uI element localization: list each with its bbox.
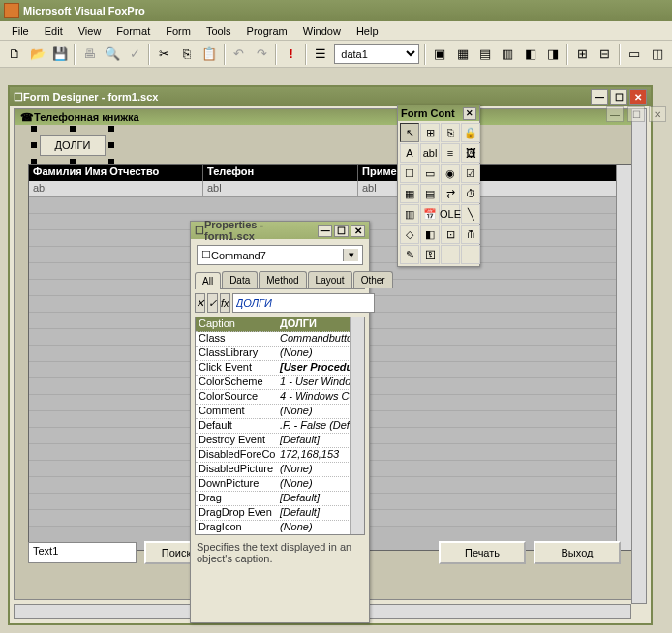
open-icon[interactable]: 📂 bbox=[26, 44, 47, 65]
toolbox-tool[interactable]: ⊞ bbox=[420, 123, 440, 142]
tool-b-icon[interactable]: ◫ bbox=[647, 44, 668, 65]
undo-icon[interactable]: ↶ bbox=[229, 44, 250, 65]
window8-icon[interactable]: ⊟ bbox=[595, 44, 616, 65]
toolbox-tool[interactable]: ⊡ bbox=[441, 225, 460, 244]
toolbox-close-button[interactable]: ✕ bbox=[463, 107, 476, 120]
menu-tools[interactable]: Tools bbox=[199, 23, 239, 39]
grid-cell[interactable]: abl bbox=[203, 181, 358, 196]
toolbox-tool[interactable]: 🖼 bbox=[461, 143, 480, 163]
window2-icon[interactable]: ▦ bbox=[451, 44, 473, 65]
menu-program[interactable]: Program bbox=[239, 23, 295, 39]
print-button[interactable]: Печать bbox=[439, 541, 526, 564]
property-row[interactable]: Destroy Event[Default] bbox=[196, 434, 364, 448]
property-row[interactable]: ClassLibrary(None) bbox=[196, 347, 364, 361]
toolbox-titlebar[interactable]: Form Cont ✕ bbox=[398, 106, 479, 121]
property-row[interactable]: CaptionДОЛГИ bbox=[196, 317, 364, 332]
toolbox-tool[interactable]: ▥ bbox=[400, 204, 419, 224]
property-row[interactable]: DragDrop Even[Default] bbox=[196, 506, 364, 521]
toolbox-tool[interactable]: ≡ bbox=[441, 143, 460, 163]
modify-icon[interactable]: ☰ bbox=[310, 44, 331, 65]
exit-button[interactable]: Выход bbox=[534, 541, 621, 564]
grid-col-phone[interactable]: Телефон bbox=[203, 165, 358, 181]
property-value-input[interactable] bbox=[232, 293, 375, 313]
cancel-edit-button[interactable]: ✕ bbox=[195, 293, 205, 313]
new-icon[interactable]: 🗋 bbox=[4, 44, 25, 65]
designer-vscrollbar[interactable] bbox=[631, 108, 647, 604]
tab-layout[interactable]: Layout bbox=[308, 271, 352, 288]
menu-file[interactable]: File bbox=[4, 23, 37, 39]
cut-icon[interactable]: ✂ bbox=[153, 44, 174, 65]
window5-icon[interactable]: ◧ bbox=[520, 44, 541, 65]
minimize-button[interactable]: — bbox=[591, 89, 608, 105]
property-row[interactable]: Click Event[User Procedu bbox=[196, 361, 364, 376]
dolgi-button[interactable]: ДОЛГИ bbox=[40, 135, 106, 156]
toolbox-tool[interactable]: ⚿ bbox=[420, 245, 440, 264]
text1-field[interactable]: Text1 bbox=[28, 542, 137, 563]
property-row[interactable]: DisabledPicture(None) bbox=[196, 463, 364, 477]
tab-data[interactable]: Data bbox=[222, 271, 258, 288]
close-button[interactable]: ✕ bbox=[629, 89, 647, 105]
props-close-button[interactable]: ✕ bbox=[351, 225, 365, 237]
toolbox-tool[interactable]: 📅 bbox=[420, 204, 440, 224]
toolbox-tool[interactable]: ⎘ bbox=[441, 123, 460, 142]
toolbox-tool[interactable]: 🔒 bbox=[461, 123, 480, 142]
toolbox-tool[interactable]: abl bbox=[420, 143, 440, 163]
spell-icon[interactable]: ✓ bbox=[124, 44, 145, 65]
redo-icon[interactable]: ↷ bbox=[251, 44, 272, 65]
toolbox-tool[interactable] bbox=[461, 245, 480, 264]
menu-window[interactable]: Window bbox=[295, 23, 349, 39]
child-min-button[interactable]: — bbox=[606, 106, 624, 122]
toolbox-tool[interactable]: ☑ bbox=[461, 164, 480, 183]
property-row[interactable]: DisabledForeCo172,168,153 bbox=[196, 448, 364, 463]
resize-handle[interactable] bbox=[108, 142, 114, 148]
toolbox-tool[interactable]: ✎ bbox=[400, 245, 419, 264]
object-selector[interactable]: ☐ Command7 ▾ bbox=[197, 245, 363, 265]
print-icon[interactable]: 🖶 bbox=[78, 44, 100, 65]
toolbox-tool[interactable]: ◉ bbox=[441, 164, 460, 183]
tab-all[interactable]: All bbox=[195, 272, 221, 289]
property-row[interactable]: Comment(None) bbox=[196, 405, 364, 419]
menu-help[interactable]: Help bbox=[349, 23, 386, 39]
form-designer-titlebar[interactable]: ☐ Form Designer - form1.scx — ☐ ✕ bbox=[10, 87, 651, 106]
property-row[interactable]: ColorScheme1 - User Window bbox=[196, 376, 364, 390]
toolbox-tool[interactable]: ⏱ bbox=[461, 184, 480, 203]
window1-icon[interactable]: ▣ bbox=[429, 44, 450, 65]
window6-icon[interactable]: ◨ bbox=[542, 44, 564, 65]
property-row[interactable]: DownPicture(None) bbox=[196, 477, 364, 492]
maximize-button[interactable]: ☐ bbox=[610, 89, 627, 105]
toolbox-tool[interactable]: ▦ bbox=[400, 184, 419, 203]
database-combo[interactable]: data1 bbox=[334, 44, 419, 64]
property-row[interactable]: Drag[Default] bbox=[196, 492, 364, 506]
toolbox-tool[interactable]: A bbox=[400, 143, 419, 163]
properties-titlebar[interactable]: ☐ Properties - form1.scx — ☐ ✕ bbox=[191, 222, 369, 239]
toolbox-tool[interactable]: ◇ bbox=[400, 225, 419, 244]
resize-handle[interactable] bbox=[31, 142, 37, 148]
property-row[interactable]: Default.F. - False (Defa bbox=[196, 419, 364, 434]
property-row[interactable]: ColorSource4 - Windows Co bbox=[196, 390, 364, 405]
property-list[interactable]: CaptionДОЛГИClassCommandbuttonClassLibra… bbox=[195, 316, 365, 535]
toolbox-tool[interactable]: ▭ bbox=[420, 164, 440, 183]
resize-handle[interactable] bbox=[108, 126, 114, 132]
tool-a-icon[interactable]: ▭ bbox=[624, 44, 645, 65]
toolbox-tool[interactable]: ☐ bbox=[400, 164, 419, 183]
child-close-button[interactable]: ✕ bbox=[649, 106, 666, 122]
grid-cell[interactable]: abl bbox=[29, 181, 203, 196]
copy-icon[interactable]: ⎘ bbox=[176, 44, 198, 65]
child-max-button[interactable]: ☐ bbox=[627, 106, 645, 122]
preview-icon[interactable]: 🔍 bbox=[102, 44, 123, 65]
resize-handle[interactable] bbox=[31, 126, 37, 132]
menu-form[interactable]: Form bbox=[158, 23, 199, 39]
resize-handle[interactable] bbox=[70, 126, 76, 132]
toolbox-tool[interactable] bbox=[441, 245, 460, 264]
fx-button[interactable]: fx bbox=[220, 293, 230, 313]
grid-col-fio[interactable]: Фамилия Имя Отчество bbox=[29, 165, 203, 181]
toolbox-tool[interactable]: ╲ bbox=[461, 204, 480, 224]
toolbox-tool[interactable]: ▤ bbox=[420, 184, 440, 203]
toolbox-tool[interactable]: ↖ bbox=[400, 123, 419, 142]
toolbox-tool[interactable]: ◧ bbox=[420, 225, 440, 244]
save-icon[interactable]: 💾 bbox=[49, 44, 71, 65]
toolbox-tool[interactable]: ⫚ bbox=[461, 225, 480, 244]
window7-icon[interactable]: ⊞ bbox=[571, 44, 593, 65]
props-vscrollbar[interactable] bbox=[350, 317, 364, 534]
props-max-button[interactable]: ☐ bbox=[334, 225, 349, 237]
